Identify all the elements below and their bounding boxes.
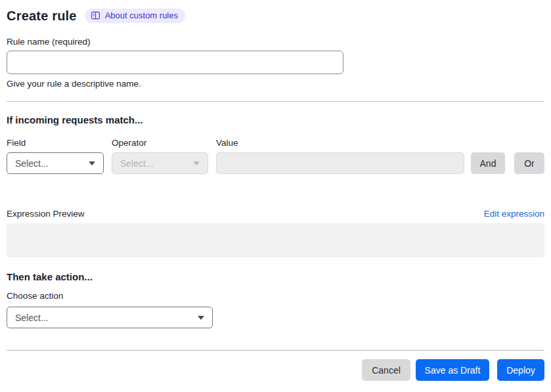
rule-name-helper: Give your rule a descriptive name. [7,79,544,89]
and-button[interactable]: And [471,152,505,174]
operator-column-label: Operator [112,138,216,148]
create-rule-page: Create rule About custom rules Rule name… [0,0,551,392]
save-as-draft-button[interactable]: Save as Draft [416,359,489,381]
field-select-value: Select... [15,158,89,169]
chevron-down-icon [193,162,200,165]
book-icon [91,11,100,20]
action-select[interactable]: Select... [7,307,213,328]
footer-divider [7,350,544,351]
rule-name-input[interactable] [7,51,343,74]
value-input[interactable] [216,152,464,174]
field-select[interactable]: Select... [7,152,104,174]
field-column-label: Field [7,138,112,148]
operator-select[interactable]: Select... [112,152,208,174]
page-header: Create rule About custom rules [7,7,544,25]
match-section-title: If incoming requests match... [7,114,544,125]
value-column-label: Value [216,138,544,148]
match-column-labels: Field Operator Value [7,138,544,148]
chevron-down-icon [89,162,95,165]
edit-expression-link[interactable]: Edit expression [484,209,544,219]
about-badge-label: About custom rules [105,11,178,20]
deploy-button[interactable]: Deploy [497,359,544,381]
or-button[interactable]: Or [514,152,544,174]
expression-header-row: Expression Preview Edit expression [7,209,544,219]
operator-select-value: Select... [120,158,193,169]
about-custom-rules-badge[interactable]: About custom rules [85,9,185,23]
match-controls-row: Select... Select... And Or [7,152,544,174]
cancel-button[interactable]: Cancel [362,359,410,381]
expression-preview-box [7,223,544,257]
page-title: Create rule [7,9,77,24]
footer-actions: Cancel Save as Draft Deploy [7,359,544,381]
section-divider [7,101,544,102]
expression-preview-label: Expression Preview [7,209,484,219]
action-section-title: Then take action... [7,271,544,282]
rule-name-label: Rule name (required) [7,37,544,47]
chevron-down-icon [198,316,204,320]
choose-action-label: Choose action [7,291,544,301]
action-select-value: Select... [15,313,198,323]
